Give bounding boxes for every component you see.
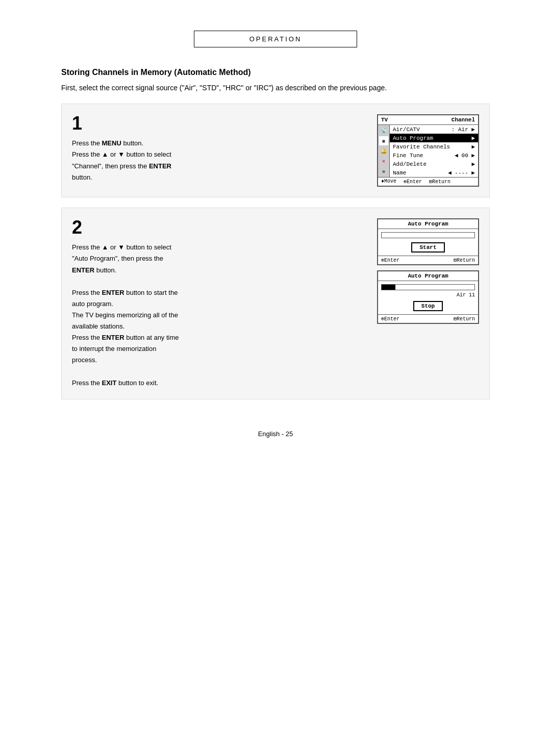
intro-text: First, select the correct signal source … bbox=[61, 82, 490, 93]
step-1-left: 1 Press the MENU button. Press the ▲ or … bbox=[72, 114, 362, 187]
menu-item-autoprogram-label: Auto Program bbox=[393, 135, 433, 141]
step-2-right: Auto Program Start ⊕Enter ⊞Return Auto P… bbox=[377, 218, 479, 388]
step-1-right: TV Channel 📡 ▦ 🔔 ✕ ⚙ Air/CATV : Air ▶ bbox=[377, 114, 479, 187]
menu-item-adddelete-arrow: ▶ bbox=[471, 161, 475, 167]
menu-item-finetune: Fine Tune ◀ 00 ▶ bbox=[390, 151, 478, 160]
ap-stop-footer-return: ⊞Return bbox=[454, 316, 475, 322]
menu-item-aircatv-label: Air/CATV bbox=[393, 127, 420, 133]
step-2-left: 2 Press the ▲ or ▼ button to select "Aut… bbox=[72, 218, 362, 388]
page-header: Operation bbox=[194, 31, 357, 47]
auto-program-start-footer: ⊕Enter ⊞Return bbox=[378, 256, 478, 264]
menu-icon-misc: ⚙ bbox=[379, 167, 388, 176]
progress-bar-fill bbox=[382, 285, 395, 290]
footer-move: ♦Move bbox=[381, 179, 396, 185]
step-2-container: 2 Press the ▲ or ▼ button to select "Aut… bbox=[61, 208, 490, 399]
tv-menu-footer: ♦Move ⊕Enter ⊞Return bbox=[378, 177, 478, 186]
tv-menu-icons: 📡 ▦ 🔔 ✕ ⚙ bbox=[378, 125, 390, 177]
menu-item-autoprogram-arrow: ▶ bbox=[471, 135, 475, 141]
step-1-container: 1 Press the MENU button. Press the ▲ or … bbox=[61, 104, 490, 197]
section-title: Storing Channels in Memory (Automatic Me… bbox=[61, 68, 490, 77]
menu-icon-channel: ▦ bbox=[379, 136, 388, 145]
menu-item-finetune-value: ◀ 00 ▶ bbox=[455, 152, 475, 159]
menu-item-favchannels: Favorite Channels ▶ bbox=[390, 142, 478, 151]
auto-program-stop-box: Auto Program Air 11 Stop ⊕Enter ⊞Return bbox=[377, 270, 479, 324]
tv-channel-menu: TV Channel 📡 ▦ 🔔 ✕ ⚙ Air/CATV : Air ▶ bbox=[377, 114, 479, 187]
ap-stop-footer-enter: ⊕Enter bbox=[381, 316, 399, 322]
footer-enter: ⊕Enter bbox=[404, 179, 422, 185]
menu-item-favchannels-label: Favorite Channels bbox=[393, 144, 450, 150]
tv-menu-title-left: TV bbox=[381, 117, 388, 123]
start-button[interactable]: Start bbox=[411, 242, 444, 253]
menu-item-favchannels-arrow: ▶ bbox=[471, 143, 475, 150]
step-1-text: Press the MENU button. Press the ▲ or ▼ … bbox=[72, 138, 362, 183]
progress-label: Air 11 bbox=[381, 292, 475, 298]
footer-return: ⊞Return bbox=[429, 179, 450, 185]
tv-menu-sidebar: 📡 ▦ 🔔 ✕ ⚙ Air/CATV : Air ▶ Auto Program … bbox=[378, 125, 478, 177]
menu-item-adddelete: Add/Delete ▶ bbox=[390, 160, 478, 168]
auto-program-stop-footer: ⊕Enter ⊞Return bbox=[378, 314, 478, 323]
tv-menu-header: TV Channel bbox=[378, 115, 478, 125]
menu-item-name-label: Name bbox=[393, 170, 406, 176]
auto-program-start-box: Auto Program Start ⊕Enter ⊞Return bbox=[377, 218, 479, 265]
tv-menu-items: Air/CATV : Air ▶ Auto Program ▶ Favorite… bbox=[390, 125, 478, 177]
menu-item-name-value: ◀ ---- ▶ bbox=[448, 169, 475, 176]
menu-item-aircatv: Air/CATV : Air ▶ bbox=[390, 125, 478, 134]
menu-item-adddelete-label: Add/Delete bbox=[393, 161, 427, 167]
menu-item-finetune-label: Fine Tune bbox=[393, 153, 423, 159]
page-footer: English - 25 bbox=[61, 430, 490, 438]
step-1-number: 1 bbox=[72, 114, 362, 133]
auto-program-start-body: Start bbox=[378, 229, 478, 256]
menu-icon-settings: 🔔 bbox=[379, 146, 388, 156]
menu-item-autoprogram: Auto Program ▶ bbox=[390, 134, 478, 142]
step-2-text: Press the ▲ or ▼ button to select "Auto … bbox=[72, 242, 362, 388]
step-2-number: 2 bbox=[72, 218, 362, 237]
auto-program-start-title: Auto Program bbox=[378, 219, 478, 229]
menu-item-name: Name ◀ ---- ▶ bbox=[390, 168, 478, 177]
menu-icon-antenna: 📡 bbox=[379, 126, 388, 135]
progress-bar-partial bbox=[381, 284, 475, 290]
tv-menu-title-right: Channel bbox=[452, 117, 475, 123]
ap-start-footer-enter: ⊕Enter bbox=[381, 257, 399, 263]
menu-icon-x: ✕ bbox=[379, 157, 388, 166]
ap-start-footer-return: ⊞Return bbox=[454, 257, 475, 263]
menu-item-aircatv-value: : Air ▶ bbox=[452, 126, 475, 133]
auto-program-stop-title: Auto Program bbox=[378, 271, 478, 281]
stop-button[interactable]: Stop bbox=[413, 301, 443, 311]
auto-program-stop-body: Air 11 Stop bbox=[378, 281, 478, 314]
progress-bar-empty bbox=[381, 232, 475, 238]
